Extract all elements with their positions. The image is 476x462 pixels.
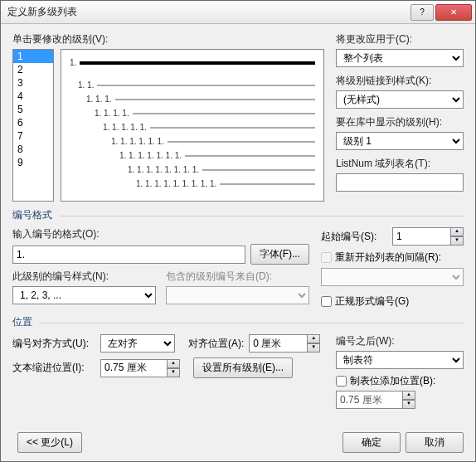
level-item[interactable]: 5 (13, 103, 53, 116)
level-item[interactable]: 6 (13, 116, 53, 129)
align-label: 编号对齐方式(U): (12, 337, 95, 351)
preview-bar (185, 155, 315, 157)
preview-line (70, 72, 315, 75)
align-at-spinner[interactable]: ▲▼ (249, 334, 320, 353)
level-item[interactable]: 1 (13, 50, 53, 63)
start-input[interactable] (392, 227, 450, 246)
link-style-label: 将级别链接到样式(K): (336, 74, 464, 88)
format-input-label: 输入编号的格式(O): (12, 227, 309, 241)
dialog-window: 定义新多级列表 ? ✕ 单击要修改的级别(V): 123456789 1.1. … (0, 0, 476, 462)
level-item[interactable]: 7 (13, 129, 53, 143)
preview-number: 1. 1. 1. 1. 1. 1. 1. 1. (128, 165, 199, 174)
tab-add-spinner: ▲▼ (336, 391, 464, 409)
restart-checkbox (321, 252, 332, 263)
tab-add-checkbox[interactable] (336, 376, 347, 387)
preview-number: 1. 1. 1. 1. (95, 109, 129, 118)
align-at-label: 对齐位置(A): (188, 337, 244, 351)
preview-bar (73, 72, 315, 75)
format-input[interactable] (12, 246, 245, 264)
spin-down-icon: ▼ (402, 400, 415, 409)
preview-bar (133, 113, 315, 114)
ok-button[interactable]: 确定 (342, 432, 401, 453)
level-item[interactable]: 9 (13, 156, 53, 169)
preview-bar (220, 183, 315, 185)
font-button[interactable]: 字体(F)... (250, 244, 309, 265)
cancel-button[interactable]: 取消 (406, 432, 464, 453)
preview-bar (150, 127, 315, 129)
preview-line: 1. (70, 58, 315, 67)
position-group-header: 位置 (12, 315, 464, 329)
apply-to-select[interactable]: 整个列表 (336, 49, 464, 67)
preview-line: 1. 1. 1. 1. 1. 1. 1. 1. (70, 165, 315, 174)
preview-number: 1. 1. 1. 1. 1. 1. 1. (119, 151, 182, 160)
indent-spinner[interactable]: ▲▼ (100, 359, 180, 377)
preview-number: 1. 1. 1. 1. 1. 1. (111, 137, 164, 146)
tab-add-input (336, 391, 402, 409)
preview-line: 1. 1. 1. 1. 1. 1. (70, 137, 315, 146)
level-item[interactable]: 4 (13, 90, 53, 103)
numbering-style-select[interactable]: 1, 2, 3, ... (12, 286, 156, 304)
numbering-preview: 1.1. 1.1. 1. 1.1. 1. 1. 1.1. 1. 1. 1. 1.… (61, 49, 324, 202)
preview-line: 1. 1. 1. 1. 1. 1. 1. 1. 1. (70, 179, 315, 188)
indent-label: 文本缩进位置(I): (12, 361, 95, 375)
spin-up-icon[interactable]: ▲ (307, 334, 320, 343)
tab-add-label: 制表位添加位置(B): (350, 374, 435, 388)
indent-input[interactable] (100, 359, 167, 377)
titlebar: 定义新多级列表 ? ✕ (1, 1, 475, 24)
align-at-input[interactable] (249, 334, 307, 353)
spin-up-icon[interactable]: ▲ (167, 359, 180, 368)
set-all-levels-button[interactable]: 设置所有级别(E)... (193, 357, 293, 378)
preview-line: 1. 1. (70, 80, 315, 90)
restart-select (321, 268, 464, 286)
preview-line: 1. 1. 1. (70, 95, 315, 104)
listnum-label: ListNum 域列表名(T): (336, 157, 464, 171)
legal-label: 正规形式编号(G) (335, 294, 409, 309)
preview-number: 1. 1. 1. 1. 1. (103, 123, 147, 132)
dialog-content: 单击要修改的级别(V): 123456789 1.1. 1.1. 1. 1.1.… (1, 24, 475, 419)
preview-number: 1. 1. 1. (86, 95, 112, 104)
level-listbox[interactable]: 123456789 (12, 49, 54, 202)
link-style-select[interactable]: (无样式) (336, 90, 464, 109)
spin-up-icon[interactable]: ▲ (450, 227, 464, 236)
preview-bar (115, 99, 315, 100)
apply-to-label: 将更改应用于(C): (336, 32, 464, 46)
levels-label: 单击要修改的级别(V): (12, 32, 324, 46)
gallery-select[interactable]: 级别 1 (336, 132, 464, 150)
level-item[interactable]: 8 (13, 143, 53, 156)
preview-bar (168, 141, 315, 143)
dialog-footer: << 更少(L) 确定 取消 (12, 432, 464, 453)
preview-line: 1. 1. 1. 1. (70, 109, 315, 118)
close-button[interactable]: ✕ (435, 4, 472, 21)
less-button[interactable]: << 更少(L) (17, 432, 82, 453)
legal-checkbox[interactable] (321, 296, 332, 307)
restart-label: 重新开始列表的间隔(R): (335, 250, 441, 265)
preview-bar (202, 169, 315, 171)
start-label: 起始编号(S): (321, 230, 387, 244)
dialog-title: 定义新多级列表 (7, 5, 409, 19)
spin-up-icon: ▲ (402, 391, 415, 400)
preview-line: 1. 1. 1. 1. 1. 1. 1. (70, 151, 315, 160)
include-level-select (166, 286, 309, 304)
align-select[interactable]: 左对齐 (100, 334, 175, 353)
spin-down-icon[interactable]: ▼ (307, 343, 320, 353)
preview-bar (80, 61, 315, 65)
help-button[interactable]: ? (410, 4, 434, 21)
spin-down-icon[interactable]: ▼ (450, 236, 464, 246)
gallery-label: 要在库中显示的级别(H): (336, 115, 464, 129)
format-group-header: 编号格式 (12, 208, 464, 222)
preview-number: 1. (70, 58, 76, 67)
window-buttons: ? ✕ (409, 4, 472, 21)
preview-bar (97, 85, 315, 86)
preview-line: 1. 1. 1. 1. 1. (70, 123, 315, 132)
level-item[interactable]: 3 (13, 76, 53, 90)
follow-select[interactable]: 制表符 (336, 351, 464, 369)
style-label: 此级别的编号样式(N): (12, 270, 156, 284)
listnum-input[interactable] (336, 173, 464, 192)
follow-label: 编号之后(W): (336, 334, 464, 348)
preview-number: 1. 1. 1. 1. 1. 1. 1. 1. 1. (136, 179, 216, 188)
level-item[interactable]: 2 (13, 63, 53, 76)
preview-number: 1. 1. (78, 80, 94, 90)
include-label: 包含的级别编号来自(D): (166, 270, 309, 284)
spin-down-icon[interactable]: ▼ (167, 368, 180, 377)
start-spinner[interactable]: ▲▼ (392, 227, 464, 246)
